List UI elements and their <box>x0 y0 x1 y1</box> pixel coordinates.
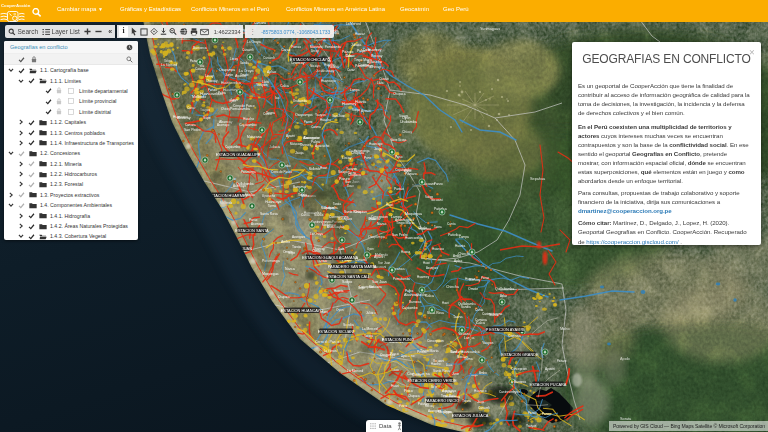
svg-text:Huacho: Huacho <box>243 117 254 121</box>
svg-text:Pomabamba: Pomabamba <box>393 277 410 281</box>
svg-text:Chupaca: Chupaca <box>393 92 406 96</box>
svg-text:Camana: Camana <box>508 334 521 338</box>
svg-text:Concepcion: Concepcion <box>427 339 444 343</box>
svg-text:Sandia: Sandia <box>240 61 249 65</box>
svg-text:ESTACION PUNO: ESTACION PUNO <box>382 337 414 342</box>
svg-text:Lircay: Lircay <box>205 74 214 78</box>
svg-text:Huacho: Huacho <box>320 118 331 122</box>
svg-text:La Oroya: La Oroya <box>247 40 261 44</box>
svg-text:Huari: Huari <box>442 301 449 305</box>
svg-text:Paruro: Paruro <box>304 120 313 124</box>
svg-text:Palpa: Palpa <box>218 91 226 95</box>
svg-text:Tarata: Tarata <box>462 399 471 403</box>
svg-text:Sicuani: Sicuani <box>433 359 444 363</box>
svg-text:Tarata: Tarata <box>364 334 373 338</box>
svg-text:Lampa: Lampa <box>350 88 360 92</box>
svg-text:Santa Rosa: Santa Rosa <box>260 212 278 216</box>
svg-text:Chala: Chala <box>368 217 376 221</box>
svg-text:Tingo Maria: Tingo Maria <box>354 58 372 62</box>
svg-text:Ica: Ica <box>275 96 280 100</box>
svg-text:Tingo Maria: Tingo Maria <box>396 221 414 225</box>
svg-text:Quillabamba: Quillabamba <box>236 182 254 186</box>
svg-text:Oyon: Oyon <box>229 99 236 103</box>
svg-text:Oxapampa: Oxapampa <box>295 113 313 117</box>
svg-text:Ambo: Ambo <box>281 240 290 244</box>
svg-text:Concepcion: Concepcion <box>511 367 527 371</box>
svg-text:Lampa: Lampa <box>459 235 469 239</box>
svg-text:Aplao: Aplao <box>267 70 276 74</box>
svg-text:Junin: Junin <box>225 73 233 77</box>
svg-text:Camana: Camana <box>475 318 487 322</box>
svg-text:Camana: Camana <box>185 123 196 127</box>
svg-text:ESTACION CHICLAYO: ESTACION CHICLAYO <box>290 57 330 62</box>
svg-text:Paruro: Paruro <box>208 88 217 92</box>
svg-text:Chupaca: Chupaca <box>278 295 290 299</box>
svg-text:Paramonga: Paramonga <box>355 64 373 68</box>
svg-text:Huari: Huari <box>391 384 399 388</box>
svg-text:Castrovirreyna: Castrovirreyna <box>499 390 520 394</box>
svg-text:Urubamba: Urubamba <box>293 99 307 103</box>
svg-text:CooperAcción: CooperAcción <box>1 3 31 8</box>
svg-text:Huanta: Huanta <box>355 100 366 104</box>
svg-text:Moquegua: Moquegua <box>262 272 279 276</box>
svg-text:Santa Rosa: Santa Rosa <box>344 210 361 214</box>
svg-text:ESTACION GRANDE: ESTACION GRANDE <box>501 352 539 357</box>
svg-text:Azangaro: Azangaro <box>428 409 442 413</box>
svg-text:Chupaca: Chupaca <box>408 394 420 398</box>
svg-text:Huanta: Huanta <box>334 289 344 293</box>
svg-text:Pomabamba: Pomabamba <box>325 45 341 49</box>
svg-text:Yauyos: Yauyos <box>482 341 494 345</box>
svg-text:Omate: Omate <box>468 287 478 291</box>
svg-text:San Juan: San Juan <box>372 280 387 284</box>
svg-text:Huaraz: Huaraz <box>355 32 365 36</box>
svg-text:Pisco: Pisco <box>390 352 399 356</box>
svg-text:Chivay: Chivay <box>221 107 230 111</box>
svg-text:Lircay: Lircay <box>342 156 352 160</box>
svg-text:Calca: Calca <box>280 84 289 88</box>
svg-text:Oyon: Oyon <box>336 308 344 312</box>
svg-text:Ayacucho: Ayacucho <box>315 144 330 148</box>
svg-text:Sicaya: Sicaya <box>398 138 407 142</box>
svg-text:Urubamba: Urubamba <box>324 206 338 210</box>
svg-text:Caraveli: Caraveli <box>263 56 275 60</box>
svg-text:Yurimaguas: Yurimaguas <box>480 27 500 31</box>
svg-text:Mollendo: Mollendo <box>309 167 321 171</box>
svg-text:Palpa: Palpa <box>405 289 413 293</box>
svg-text:Moho: Moho <box>560 327 570 331</box>
svg-text:Caraveli: Caraveli <box>478 406 490 410</box>
svg-text:Cajatambo: Cajatambo <box>225 145 240 149</box>
svg-text:Recuay: Recuay <box>371 54 383 58</box>
svg-text:Yauyos: Yauyos <box>256 83 268 87</box>
svg-text:Urubamba: Urubamba <box>400 120 417 124</box>
svg-text:Cajatambo: Cajatambo <box>402 306 418 310</box>
svg-text:Barranca: Barranca <box>409 300 422 304</box>
svg-text:Ambo: Ambo <box>453 254 461 258</box>
svg-text:Oyon: Oyon <box>367 247 374 251</box>
svg-text:Ayaviri: Ayaviri <box>374 255 385 259</box>
svg-text:Chincha: Chincha <box>446 285 459 289</box>
svg-text:ESTACION SANTA CALI: ESTACION SANTA CALI <box>327 274 370 279</box>
svg-text:Ayaviri: Ayaviri <box>286 134 295 138</box>
svg-text:Chancay: Chancay <box>206 79 218 83</box>
svg-text:Caraz: Caraz <box>281 48 291 52</box>
svg-text:Huanta: Huanta <box>455 244 466 248</box>
svg-text:Casma: Casma <box>311 125 321 129</box>
svg-text:ESTACION HUANCAYO: ESTACION HUANCAYO <box>281 308 323 313</box>
svg-text:Tarma: Tarma <box>268 204 276 208</box>
svg-text:Abancay: Abancay <box>177 116 191 120</box>
svg-text:Tarata: Tarata <box>292 245 301 249</box>
svg-text:Nazca: Nazca <box>285 267 295 271</box>
svg-text:Panao: Panao <box>542 412 551 416</box>
svg-text:Panao: Panao <box>481 276 490 280</box>
svg-text:Tarma: Tarma <box>266 111 275 115</box>
svg-text:Matucana: Matucana <box>247 135 262 139</box>
svg-text:Aplao: Aplao <box>404 169 412 173</box>
svg-text:Castrovirreyna: Castrovirreyna <box>329 215 349 219</box>
svg-text:San Pedro: San Pedro <box>184 128 201 132</box>
svg-text:La Merced: La Merced <box>324 349 338 353</box>
svg-text:Caraveli: Caraveli <box>242 48 254 52</box>
svg-text:Azangaro: Azangaro <box>426 266 438 270</box>
svg-text:Santa Rosa: Santa Rosa <box>433 369 450 373</box>
svg-text:La Oroya: La Oroya <box>310 232 323 236</box>
svg-text:Pozuzo: Pozuzo <box>557 359 567 363</box>
